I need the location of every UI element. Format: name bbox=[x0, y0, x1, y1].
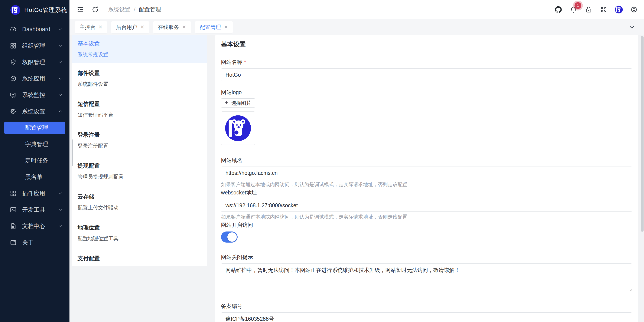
shield-check-icon bbox=[10, 59, 16, 66]
websocket-input[interactable] bbox=[221, 199, 632, 212]
sidebar-item-插件应用[interactable]: 插件应用 bbox=[0, 185, 70, 201]
breadcrumb-parent[interactable]: 系统设置 bbox=[108, 6, 130, 13]
koala-logo-icon bbox=[10, 5, 20, 15]
gear-icon bbox=[10, 108, 16, 115]
terminal-icon bbox=[10, 206, 16, 213]
tabs-chevron-down-icon[interactable] bbox=[628, 24, 636, 31]
tab-strip: 主控台✕后台用户✕在线服务✕配置管理✕ bbox=[70, 19, 644, 35]
chevron-down-icon bbox=[58, 207, 63, 213]
settings-menu-item-支付配置[interactable]: 支付配置支付宝/微信/QQ支付配置等 bbox=[72, 248, 207, 266]
sidebar-subitem-配置管理[interactable]: 配置管理 bbox=[0, 119, 70, 136]
tab-主控台[interactable]: 主控台✕ bbox=[75, 21, 107, 33]
sidebar-item-系统监控[interactable]: 系统监控 bbox=[0, 87, 70, 103]
sidebar-item-系统应用[interactable]: 系统应用 bbox=[0, 70, 70, 87]
org-grid-icon bbox=[10, 42, 16, 49]
site-domain-help: 如果客户端通过本地或内网访问，则认为是调试模式，走实际请求地址，否则走该配置 bbox=[221, 181, 632, 188]
chevron-down-icon bbox=[58, 43, 63, 48]
sidebar-item-label: 开发工具 bbox=[22, 206, 58, 214]
sidebar: HotGo管理系统 Dashboard组织管理权限管理系统应用系统监控系统设置配… bbox=[0, 0, 70, 322]
sidebar-item-组织管理[interactable]: 组织管理 bbox=[0, 37, 70, 54]
koala-logo-image bbox=[615, 5, 623, 14]
panel-scrollbar-thumb[interactable] bbox=[72, 139, 73, 166]
collapse-menu-icon[interactable] bbox=[77, 6, 84, 13]
choose-image-button[interactable]: + 选择图片 bbox=[221, 98, 255, 108]
tab-后台用户[interactable]: 后台用户✕ bbox=[111, 21, 149, 33]
icp-label: 备案编号 bbox=[221, 303, 632, 310]
koala-logo-image bbox=[10, 5, 20, 15]
breadcrumb-current[interactable]: 配置管理 bbox=[139, 6, 161, 13]
page-scrollbar-thumb[interactable] bbox=[641, 36, 644, 232]
close-tip-textarea[interactable]: 网站维护中，暂时无法访问！本网站正在进行系统维护和技术升级，网站暂时无法访问，敬… bbox=[221, 264, 632, 291]
notification-bell-icon[interactable]: 1 bbox=[570, 5, 578, 14]
tab-close-icon[interactable]: ✕ bbox=[182, 25, 186, 29]
chevron-down-icon bbox=[58, 76, 63, 81]
chevron-down-icon bbox=[58, 191, 63, 196]
sidebar-item-label: Dashboard bbox=[22, 26, 58, 32]
user-avatar[interactable] bbox=[615, 5, 623, 14]
koala-logo-image bbox=[224, 115, 252, 142]
lock-icon[interactable] bbox=[584, 5, 593, 14]
site-open-toggle[interactable] bbox=[221, 232, 238, 243]
github-icon[interactable] bbox=[554, 5, 562, 14]
form-title: 基本设置 bbox=[221, 40, 632, 49]
app-title: HotGo管理系统 bbox=[24, 6, 67, 14]
plugin-grid-icon bbox=[10, 190, 16, 197]
app-logo-row[interactable]: HotGo管理系统 bbox=[0, 0, 70, 19]
frame-icon bbox=[10, 239, 16, 246]
site-logo-thumbnail[interactable] bbox=[221, 111, 255, 145]
tab-配置管理[interactable]: 配置管理✕ bbox=[195, 21, 233, 33]
websocket-help: 如果客户端通过本地或内网访问，则认为是调试模式，走实际请求地址，否则走该配置 bbox=[221, 214, 632, 220]
sidebar-menu: Dashboard组织管理权限管理系统应用系统监控系统设置配置管理字典管理定时任… bbox=[0, 21, 70, 251]
sidebar-item-系统设置[interactable]: 系统设置 bbox=[0, 103, 70, 119]
toggle-knob bbox=[228, 232, 237, 242]
settings-menu-item-邮件设置[interactable]: 邮件设置系统邮件设置 bbox=[72, 63, 207, 94]
sidebar-item-关于[interactable]: 关于 bbox=[0, 234, 70, 251]
site-domain-input[interactable] bbox=[221, 167, 632, 179]
sidebar-subitem-定时任务[interactable]: 定时任务 bbox=[0, 152, 70, 169]
settings-menu-panel: 基本设置系统常规设置邮件设置系统邮件设置短信配置短信验证码平台登录注册登录注册配… bbox=[72, 35, 207, 266]
sidebar-item-权限管理[interactable]: 权限管理 bbox=[0, 54, 70, 70]
sidebar-item-label: 关于 bbox=[22, 239, 63, 246]
sidebar-item-label: 组织管理 bbox=[22, 42, 58, 50]
notification-badge: 1 bbox=[574, 2, 581, 9]
settings-menu-item-登录注册[interactable]: 登录注册登录注册配置 bbox=[72, 125, 207, 156]
tab-close-icon[interactable]: ✕ bbox=[140, 25, 144, 29]
site-name-input[interactable] bbox=[221, 68, 632, 81]
sidebar-subitem-黑名单[interactable]: 黑名单 bbox=[0, 169, 70, 185]
tabs: 主控台✕后台用户✕在线服务✕配置管理✕ bbox=[75, 21, 233, 33]
chevron-down-icon bbox=[58, 223, 63, 229]
sidebar-item-开发工具[interactable]: 开发工具 bbox=[0, 201, 70, 218]
dashboard-icon bbox=[10, 26, 16, 33]
sidebar-item-label: 系统应用 bbox=[22, 75, 58, 82]
topbar: 系统设置 / 配置管理 1 bbox=[70, 0, 644, 19]
sidebar-subitem-字典管理[interactable]: 字典管理 bbox=[0, 136, 70, 152]
sidebar-item-文档中心[interactable]: 文档中心 bbox=[0, 218, 70, 234]
site-open-label: 网站开启访问 bbox=[221, 222, 632, 229]
icp-input[interactable] bbox=[221, 313, 632, 322]
settings-menu-item-提现配置[interactable]: 提现配置管理员提现规则配置 bbox=[72, 156, 207, 187]
sidebar-item-label: 权限管理 bbox=[22, 58, 58, 66]
tab-在线服务[interactable]: 在线服务✕ bbox=[153, 21, 191, 33]
chevron-down-icon bbox=[58, 27, 63, 32]
topbar-actions: 1 bbox=[554, 5, 638, 14]
cube-icon bbox=[10, 75, 16, 82]
fullscreen-icon[interactable] bbox=[600, 5, 608, 14]
tab-close-icon[interactable]: ✕ bbox=[98, 25, 102, 29]
settings-menu-item-基本设置[interactable]: 基本设置系统常规设置 bbox=[72, 35, 207, 63]
settings-menu-item-云存储[interactable]: 云存储配置上传文件驱动 bbox=[72, 187, 207, 217]
tab-close-icon[interactable]: ✕ bbox=[224, 25, 228, 29]
active-pill: 配置管理 bbox=[4, 122, 65, 134]
close-tip-label: 网站关闭提示 bbox=[221, 254, 632, 261]
chevron-up-icon bbox=[58, 109, 63, 114]
refresh-icon[interactable] bbox=[92, 6, 99, 13]
plus-icon: + bbox=[225, 100, 228, 106]
site-name-label: 网站名称 * bbox=[221, 58, 632, 66]
settings-menu-item-地理位置[interactable]: 地理位置配置地理位置工具 bbox=[72, 217, 207, 248]
sidebar-item-Dashboard[interactable]: Dashboard bbox=[0, 21, 70, 37]
sidebar-item-label: 系统监控 bbox=[22, 91, 58, 99]
sidebar-item-label: 系统设置 bbox=[22, 108, 58, 115]
settings-gear-icon[interactable] bbox=[630, 5, 638, 14]
site-domain-label: 网站域名 bbox=[221, 157, 632, 164]
sidebar-item-label: 文档中心 bbox=[22, 222, 58, 230]
settings-menu-item-短信配置[interactable]: 短信配置短信验证码平台 bbox=[72, 94, 207, 125]
